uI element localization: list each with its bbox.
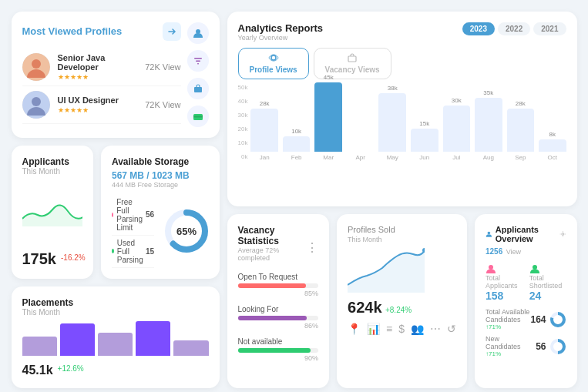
avatar <box>22 91 50 119</box>
svg-point-3 <box>32 97 41 106</box>
bar-column: 8kOct <box>539 131 566 161</box>
stat-bar-track <box>238 316 319 320</box>
bar-chart-wrap: 50k 40k 30k 20k 10k 0k 28kJan10kFeb45kMa… <box>238 84 566 161</box>
svg-point-18 <box>489 265 493 270</box>
stat-bar-fill <box>238 283 307 288</box>
y-label: 50k <box>238 84 248 91</box>
bar-top-label: 28k <box>260 100 270 107</box>
list-icon[interactable]: ≡ <box>386 323 392 335</box>
p-bar <box>60 323 95 356</box>
cand-label: New Candidates <box>486 335 536 350</box>
svg-rect-5 <box>194 58 202 59</box>
bar-bottom-label: Aug <box>483 154 494 161</box>
people-icon[interactable]: 👥 <box>411 323 424 335</box>
arrow-button[interactable] <box>163 22 181 41</box>
profile-name: Senior Java Developer <box>58 53 139 72</box>
applicants-label: Applicants <box>22 156 82 167</box>
year-tab-2023[interactable]: 2023 <box>462 22 495 35</box>
profile-views: 72K View <box>145 100 180 109</box>
ov-stats: Total Applicants 158 Total Shortlisted 2… <box>486 263 566 302</box>
storage-free: 444 MB Free Storage <box>112 181 209 189</box>
placements-label: Placements <box>22 297 209 308</box>
year-tab-2022[interactable]: 2022 <box>498 22 530 35</box>
applicants-change: -16.2% <box>61 253 86 262</box>
profile-views-tab[interactable]: Profile Views <box>238 48 309 79</box>
green-dot <box>112 249 114 253</box>
svg-rect-8 <box>194 87 202 92</box>
storage-card: Available Storage 567 MB / 1023 MB 444 M… <box>101 146 220 279</box>
vacancy-views-label: Vacancy Views <box>325 65 380 74</box>
cand-change: ↑71% <box>486 323 530 330</box>
share-icon[interactable]: ⋯ <box>430 323 441 335</box>
y-axis: 50k 40k 30k 20k 10k 0k <box>238 84 248 161</box>
analytics-subtitle: Yearly Overview <box>238 34 324 42</box>
bar-bottom-label: Sep <box>515 154 526 161</box>
bar-top-label: 35k <box>483 89 493 96</box>
candidate-row: New Candidates ↑71% 56 <box>486 335 566 357</box>
stat-bar-label: Open To Request <box>238 273 319 281</box>
overview-card: Applicants Overview 1256 View Total Appl… <box>475 214 577 388</box>
stat-label: Used Full Parsing <box>117 239 146 264</box>
profiles-sold-card: Profiles Sold This Month 624k +8.24% 📍 📊… <box>337 214 467 388</box>
bar-chart: 28kJan10kFeb45kMarApr38kMay15kJun30kJul3… <box>250 84 566 161</box>
cand-change: ↑71% <box>486 350 536 357</box>
bar-column: 28kSep <box>507 100 535 161</box>
location-icon[interactable]: 📍 <box>348 323 361 335</box>
settings-icon[interactable] <box>559 230 566 239</box>
storage-stat-row: Used Full Parsing 15 <box>112 236 154 268</box>
vacancy-subtitle: Average 72% completed <box>238 246 307 262</box>
profile-name: UI UX Designer <box>58 95 139 105</box>
bar-top-label: 10k <box>291 128 301 135</box>
pink-dot <box>112 213 113 217</box>
svg-point-16 <box>488 232 491 235</box>
cand-num: 164 <box>530 314 546 325</box>
stat-bar-row: Not available 90% <box>238 337 319 362</box>
overview-icon <box>486 230 492 239</box>
donut-label: 65% <box>176 226 197 237</box>
svg-rect-14 <box>348 56 356 62</box>
refresh-icon[interactable]: ↺ <box>447 323 456 335</box>
applicants-card: Applicants This Month 175k -16.2% <box>12 146 93 279</box>
dollar-icon[interactable]: $ <box>398 323 405 335</box>
y-label: 0k <box>238 153 248 160</box>
y-label: 20k <box>238 126 248 132</box>
chart-icon[interactable]: 📊 <box>367 323 380 335</box>
person-icon[interactable] <box>187 22 209 44</box>
stat-bar-label: Not available <box>238 337 319 346</box>
vacancy-menu[interactable]: ⋮ <box>306 240 318 255</box>
ps-icons: 📍 📊 ≡ $ 👥 ⋯ ↺ <box>348 323 456 335</box>
p-bar <box>136 321 170 356</box>
year-tab-2021[interactable]: 2021 <box>533 22 566 35</box>
bar-column: 10kFeb <box>283 128 311 161</box>
shortlisted-icon <box>529 263 540 274</box>
bar-top-label: 8k <box>549 131 556 138</box>
storage-details: Free Full Parsing Limit 56 Used Full Par… <box>112 195 154 268</box>
stars: ★★★★★ <box>58 73 139 81</box>
total-shortlisted-stat: Total Shortlisted 24 <box>529 263 566 302</box>
bar-bottom-label: Feb <box>291 154 302 161</box>
bar-column: 45kMar <box>314 74 342 161</box>
bar-top-label: 45k <box>324 74 334 81</box>
stat-bar-track <box>238 283 319 288</box>
ps-change: +8.24% <box>385 306 412 314</box>
bar-bottom-label: May <box>387 154 398 161</box>
year-tabs: 2023 2022 2021 <box>462 22 566 35</box>
filter-icon[interactable] <box>187 50 209 72</box>
analytics-tabs: Profile Views Vacancy Views <box>238 48 566 79</box>
briefcase-icon[interactable] <box>187 78 209 99</box>
ov-stat-value: 158 <box>486 290 522 302</box>
profile-views: 72K View <box>145 62 180 72</box>
svg-rect-6 <box>196 60 200 62</box>
stat-bar-row: Looking For 86% <box>238 305 319 330</box>
stars: ★★★★★ <box>58 106 139 114</box>
card-icon[interactable] <box>187 106 209 127</box>
candidate-row: Total Available Candidates ↑71% 164 <box>486 308 566 330</box>
bar <box>411 129 438 152</box>
profile-row: Senior Java Developer ★★★★★ 72K View <box>22 49 181 86</box>
svg-point-17 <box>562 233 564 236</box>
bar-bottom-label: Apr <box>355 154 365 161</box>
bar-bottom-label: Oct <box>548 154 557 161</box>
bar <box>283 136 311 152</box>
stat-bar-fill <box>238 316 307 320</box>
placements-change: +12.6% <box>58 364 84 373</box>
